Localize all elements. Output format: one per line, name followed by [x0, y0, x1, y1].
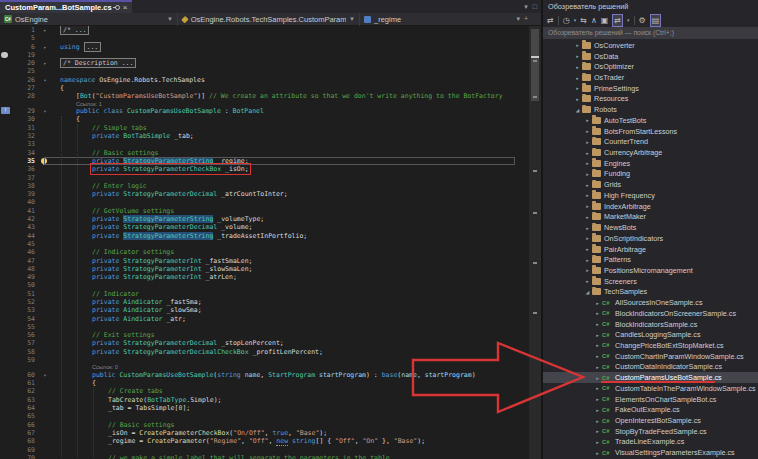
code-line-63[interactable]: 63TabCreate(BotTabType.Simple); [0, 396, 529, 404]
code-line-58[interactable]: 58private StrategyParameterDecimalCheckB… [0, 348, 529, 356]
code-line-20[interactable]: 20▸/* Description ... [0, 59, 529, 67]
tree-item-newsbots[interactable]: ▸NewsBots [543, 222, 758, 233]
chevron-collapsed-icon[interactable]: ▸ [573, 53, 582, 59]
lightbulb-icon[interactable] [41, 158, 47, 164]
code-line-30[interactable]: 30{ [0, 115, 529, 123]
glyph-margin[interactable] [0, 26, 12, 34]
chevron-collapsed-icon[interactable]: ▸ [593, 310, 602, 316]
type-dropdown[interactable]: OsEngine.Robots.TechSamples.CustomParams… [178, 13, 360, 26]
tree-item-screeners[interactable]: ▸Screeners [543, 276, 758, 287]
glyph-margin[interactable] [0, 437, 12, 445]
chevron-collapsed-icon[interactable]: ▸ [583, 235, 592, 241]
tree-item-funding[interactable]: ▸Funding [543, 169, 758, 180]
glyph-margin[interactable] [0, 421, 12, 429]
code-line-6[interactable]: 6▸using ... [0, 43, 529, 51]
glyph-margin[interactable] [0, 248, 12, 256]
tree-item-allsourcesinonesample-cs[interactable]: ▸C#AllSourcesInOneSample.cs [543, 297, 758, 308]
tab-customparamsusebotsample[interactable]: CustomParam...BotSample.cs × [0, 0, 132, 13]
glyph-margin[interactable] [0, 446, 12, 454]
glyph-margin[interactable] [0, 331, 12, 339]
glyph-margin[interactable] [0, 149, 12, 157]
code-line-66[interactable]: 66// Basic settings [0, 421, 529, 429]
code-line-56[interactable]: 56// Exit settings [0, 331, 529, 339]
tree-item-techsamples[interactable]: ◢TechSamples [543, 287, 758, 298]
project-dropdown[interactable]: C# OsEngine ▼ [0, 13, 178, 26]
glyph-margin[interactable] [0, 298, 12, 306]
chevron-collapsed-icon[interactable]: ▸ [583, 117, 592, 123]
glyph-margin[interactable] [0, 124, 12, 132]
tree-item-currencyarbitrage[interactable]: ▸CurrencyArbitrage [543, 147, 758, 158]
code-line-31[interactable]: 31// Simple tabs [0, 124, 529, 132]
glyph-margin[interactable] [0, 339, 12, 347]
code-line-70[interactable]: 70// we make a simple label that will se… [0, 454, 529, 459]
tree-item-elementsonchartsamplebot-cs[interactable]: ▸C#ElementsOnChartSampleBot.cs [543, 394, 758, 405]
collapse-all-icon[interactable]: ∧ [591, 15, 597, 26]
chevron-collapsed-icon[interactable]: ▸ [583, 214, 592, 220]
pin-icon[interactable] [115, 5, 120, 10]
chevron-collapsed-icon[interactable]: ▸ [593, 364, 602, 370]
code-line-61[interactable]: 61{ [0, 379, 529, 387]
tree-item-resources[interactable]: ▸Resources [543, 94, 758, 105]
show-all-files-icon[interactable]: ▤ [650, 14, 662, 27]
chevron-expanded-icon[interactable]: ◢ [583, 289, 592, 295]
chevron-collapsed-icon[interactable]: ▸ [583, 203, 592, 209]
tree-item-stopbytradefeedsample-cs[interactable]: ▸C#StopByTradeFeedSample.cs [543, 426, 758, 437]
tree-item-osoptimizer[interactable]: ▸OsOptimizer [543, 61, 758, 72]
tree-item-botsfromstartlessons[interactable]: ▸BotsFromStartLessons [543, 126, 758, 137]
chevron-collapsed-icon[interactable]: ▸ [593, 407, 602, 413]
tree-item-robots[interactable]: ◢Robots [543, 104, 758, 115]
chevron-collapsed-icon[interactable]: ▸ [593, 353, 602, 359]
glyph-margin[interactable] [0, 356, 12, 364]
tree-item-primesettings[interactable]: ▸PrimeSettings [543, 83, 758, 94]
tree-item-patterns[interactable]: ▸Patterns [543, 254, 758, 265]
chevron-expanded-icon[interactable]: ◢ [573, 107, 582, 113]
fold-toggle-icon[interactable]: ▸ [38, 59, 52, 67]
sync-with-active-document-icon[interactable]: ⇄ [612, 14, 623, 27]
chevron-collapsed-icon[interactable]: ▸ [593, 428, 602, 434]
tree-item-candlesloggingsample-cs[interactable]: ▸C#CandlesLoggingSample.cs [543, 329, 758, 340]
tree-item-grids[interactable]: ▸Grids [543, 179, 758, 190]
tree-item-engines[interactable]: ▸Engines [543, 158, 758, 169]
pending-changes-filter-icon[interactable]: ◷ [563, 15, 570, 26]
glyph-margin[interactable] [0, 76, 12, 84]
glyph-margin[interactable] [0, 290, 12, 298]
glyph-margin[interactable] [0, 157, 12, 165]
chevron-collapsed-icon[interactable]: ▸ [573, 42, 582, 48]
fold-toggle-icon[interactable]: ▾ [38, 371, 52, 379]
tree-item-indexarbitrage[interactable]: ▸IndexArbitrage [543, 201, 758, 212]
code-line-48[interactable]: 48private StrategyParameterInt _slowSmaL… [0, 265, 529, 273]
code-editor[interactable]: 1▸/* ...56▸using ...1920▸/* Description … [0, 26, 529, 459]
close-icon[interactable]: × [123, 4, 128, 12]
code-line-25[interactable]: 25 [0, 67, 529, 75]
tree-item-blockindicatorssample-cs[interactable]: ▸C#BlockIndicatorsSample.cs [543, 319, 758, 330]
glyph-margin[interactable] [0, 232, 12, 240]
fold-toggle-icon[interactable]: ▾ [38, 107, 52, 115]
solution-explorer-search-input[interactable]: Обозреватель решений — поиск (Ctrl+;) [543, 27, 758, 39]
glyph-margin[interactable] [0, 315, 12, 323]
tree-item-fakeoutexample-cs[interactable]: ▸C#FakeOutExample.cs [543, 404, 758, 415]
code-line-68[interactable]: 68_regime = CreateParameter("Regime", "O… [0, 437, 529, 445]
refresh-icon[interactable]: ⇆ [580, 15, 587, 26]
tree-item-blockindicatorsonscreenersample-cs[interactable]: ▸C#BlockIndicatorsOnScreenerSample.cs [543, 308, 758, 319]
tree-item-positionsmicromanagement[interactable]: ▸PositionsMicromanagement [543, 265, 758, 276]
glyph-margin[interactable] [0, 140, 12, 148]
code-line-65[interactable]: 65 [0, 412, 529, 420]
chevron-collapsed-icon[interactable]: ▸ [593, 385, 602, 391]
glyph-margin[interactable] [0, 412, 12, 420]
code-line-46[interactable]: 46// Indicator settings [0, 248, 529, 256]
glyph-margin[interactable] [0, 387, 12, 395]
chevron-collapsed-icon[interactable]: ▸ [593, 300, 602, 306]
code-line-49[interactable]: 49private StrategyParameterInt _atrLen; [0, 273, 529, 281]
code-line-51[interactable]: 51// Indicator [0, 290, 529, 298]
chevron-collapsed-icon[interactable]: ▸ [593, 439, 602, 445]
chevron-collapsed-icon[interactable]: ▸ [593, 450, 602, 456]
member-dropdown[interactable]: _regime [360, 13, 405, 26]
glyph-margin[interactable] [0, 348, 12, 356]
code-line-67[interactable]: 67_isOn = CreateParameterCheckBox("On/Of… [0, 429, 529, 437]
window-layout-icon[interactable]: □ [533, 3, 537, 10]
chevron-collapsed-icon[interactable]: ▸ [583, 267, 592, 273]
tree-item-pairarbitrage[interactable]: ▸PairArbitrage [543, 244, 758, 255]
code-line-44[interactable]: 44private StrategyParameterString _trade… [0, 232, 529, 240]
chevron-down-icon[interactable]: ▾ [574, 15, 577, 26]
glyph-margin[interactable] [0, 454, 12, 459]
